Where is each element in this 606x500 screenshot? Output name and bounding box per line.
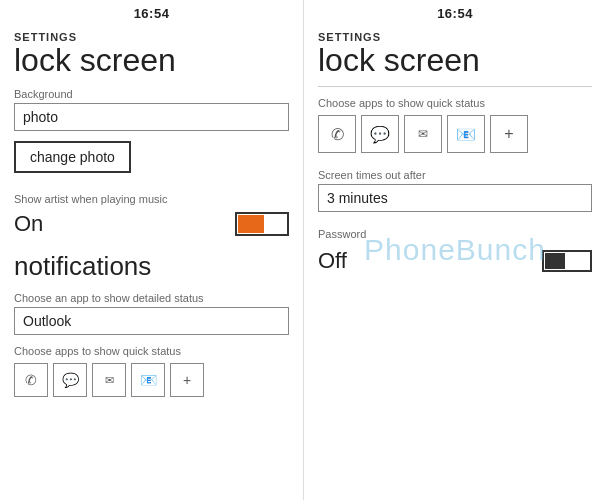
music-field-label: Show artist when playing music xyxy=(14,193,289,205)
left-panel: 16:54 SETTINGS lock screen Background ch… xyxy=(0,0,303,500)
music-toggle-row: On xyxy=(14,211,289,237)
timeout-input[interactable] xyxy=(318,184,592,212)
quick-status-r-outlook[interactable]: ✉ xyxy=(404,115,442,153)
toggle-on-part xyxy=(238,215,264,233)
quick-status-add[interactable]: + xyxy=(170,363,204,397)
quick-status-row-left: ✆ 💬 ✉ 📧 + xyxy=(14,363,289,397)
music-toggle[interactable] xyxy=(235,212,289,236)
page-title-right: lock screen xyxy=(318,43,592,78)
timeout-label: Screen times out after xyxy=(318,169,592,181)
quick-status-r-email[interactable]: 📧 xyxy=(447,115,485,153)
quick-status-phone[interactable]: ✆ xyxy=(14,363,48,397)
quick-status-label-right: Choose apps to show quick status xyxy=(318,97,592,109)
quick-status-r-phone[interactable]: ✆ xyxy=(318,115,356,153)
password-toggle-thumb xyxy=(545,253,565,269)
change-photo-button[interactable]: change photo xyxy=(14,141,131,173)
quick-status-row-right: ✆ 💬 ✉ 📧 + xyxy=(318,115,592,153)
quick-status-label-left: Choose apps to show quick status xyxy=(14,345,289,357)
page-title-left: lock screen xyxy=(14,43,289,78)
status-bar-right: 16:54 xyxy=(318,0,592,25)
background-input[interactable] xyxy=(14,103,289,131)
detailed-status-label: Choose an app to show detailed status xyxy=(14,292,289,304)
detailed-status-input[interactable] xyxy=(14,307,289,335)
quick-status-msg[interactable]: 💬 xyxy=(53,363,87,397)
on-label: On xyxy=(14,211,43,237)
password-row: Off xyxy=(318,248,592,274)
notifications-title: notifications xyxy=(14,251,289,282)
quick-status-r-add[interactable]: + xyxy=(490,115,528,153)
off-label: Off xyxy=(318,248,347,274)
quick-status-outlook[interactable]: ✉ xyxy=(92,363,126,397)
divider xyxy=(318,86,592,87)
right-panel: PhoneBunch 16:54 SETTINGS lock screen Ch… xyxy=(303,0,606,500)
quick-status-r-msg[interactable]: 💬 xyxy=(361,115,399,153)
password-label: Password xyxy=(318,228,592,240)
background-label: Background xyxy=(14,88,289,100)
quick-status-email[interactable]: 📧 xyxy=(131,363,165,397)
status-bar-left: 16:54 xyxy=(14,0,289,25)
password-toggle[interactable] xyxy=(542,250,592,272)
